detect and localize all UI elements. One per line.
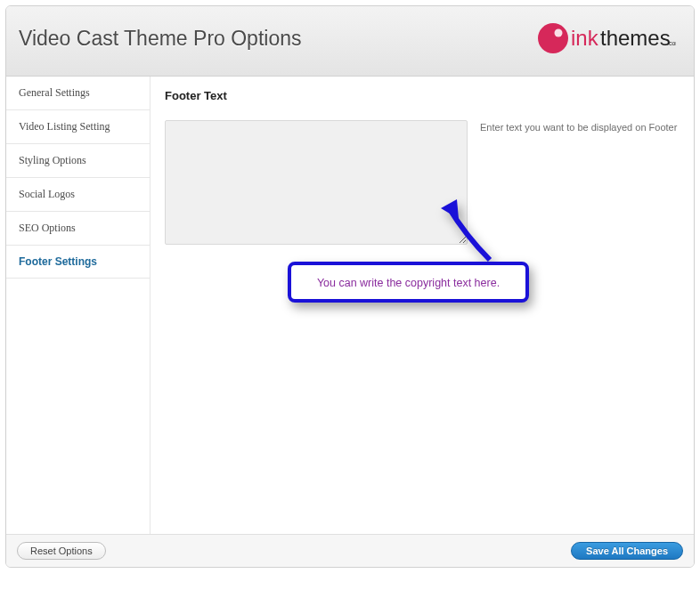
sidebar-item-general-settings[interactable]: General Settings xyxy=(6,77,150,110)
panel-header: Video Cast Theme Pro Options ink themes … xyxy=(6,6,694,77)
sidebar: General Settings Video Listing Setting S… xyxy=(6,77,151,534)
sidebar-item-footer-settings[interactable]: Footer Settings xyxy=(6,246,150,279)
panel-footer: Reset Options Save All Changes xyxy=(6,534,694,567)
help-text: Enter text you want to be displayed on F… xyxy=(480,120,678,133)
sidebar-item-seo-options[interactable]: SEO Options xyxy=(6,212,150,246)
section-title: Footer Text xyxy=(165,89,678,102)
content-area: Footer Text Enter text you want to be di… xyxy=(151,77,694,534)
annotation-text: You can write the copyright text here. xyxy=(317,277,500,289)
svg-text:themes: themes xyxy=(600,26,671,50)
reset-options-button[interactable]: Reset Options xyxy=(17,542,106,560)
field-row: Enter text you want to be displayed on F… xyxy=(165,120,678,245)
sidebar-item-styling-options[interactable]: Styling Options xyxy=(6,144,150,178)
svg-text:ink: ink xyxy=(571,26,599,50)
options-panel: Video Cast Theme Pro Options ink themes … xyxy=(5,5,695,568)
page-title: Video Cast Theme Pro Options xyxy=(19,27,302,51)
panel-body: General Settings Video Listing Setting S… xyxy=(6,77,694,534)
svg-point-0 xyxy=(538,23,568,53)
footer-text-input[interactable] xyxy=(165,120,468,245)
svg-point-1 xyxy=(555,29,563,37)
sidebar-item-social-logos[interactable]: Social Logos xyxy=(6,178,150,212)
inkthemes-logo-icon: ink themes .com xyxy=(535,20,676,56)
svg-text:.com: .com xyxy=(667,40,676,46)
save-all-changes-button[interactable]: Save All Changes xyxy=(571,542,683,560)
brand-logo: ink themes .com xyxy=(535,20,676,56)
sidebar-item-video-listing-setting[interactable]: Video Listing Setting xyxy=(6,110,150,144)
annotation-callout: You can write the copyright text here. xyxy=(288,262,529,303)
